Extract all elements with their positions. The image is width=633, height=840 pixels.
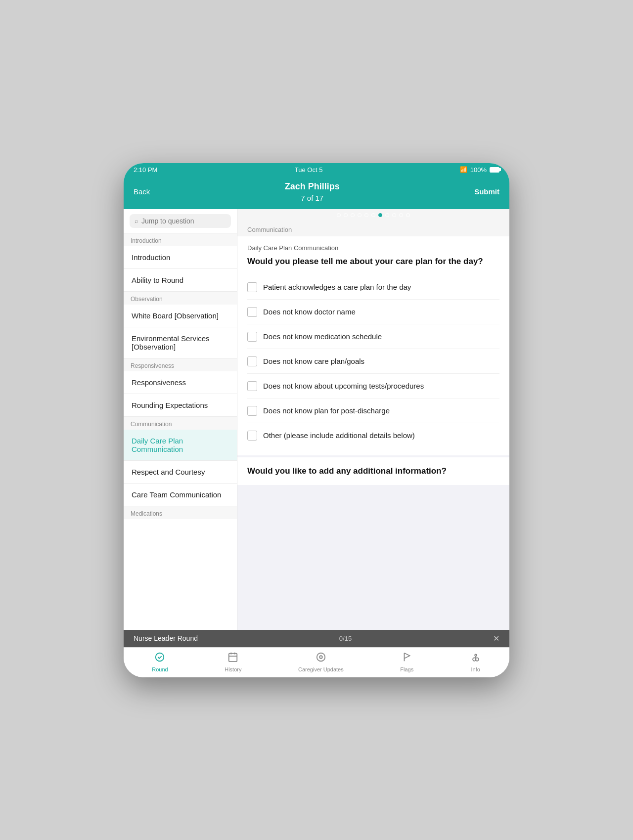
status-right: 📶 100% — [460, 166, 499, 174]
dot-10 — [399, 213, 403, 217]
status-date: Tue Oct 5 — [295, 166, 323, 174]
dot-5 — [364, 213, 368, 217]
bottom-nav: Round History Caregiver Updates — [124, 647, 509, 677]
checkbox-item-3[interactable]: Does not know medication schedule — [247, 324, 499, 349]
round-counter: 0/15 — [339, 635, 352, 642]
search-icon: ⌕ — [135, 217, 138, 224]
checkbox-4[interactable] — [247, 356, 257, 366]
back-button[interactable]: Back — [134, 187, 150, 196]
sidebar: ⌕ Introduction Introduction Ability to R… — [124, 209, 237, 630]
status-time: 2:10 PM — [134, 166, 157, 174]
checkbox-list: Patient acknowledges a care plan for the… — [247, 275, 499, 447]
section-header-responsiveness: Responsiveness — [124, 358, 237, 371]
checkbox-label-1: Patient acknowledges a care plan for the… — [263, 282, 411, 292]
sidebar-item-care-team-communication[interactable]: Care Team Communication — [124, 484, 237, 506]
checkbox-item-2[interactable]: Does not know doctor name — [247, 300, 499, 324]
battery-level: 100% — [470, 166, 487, 174]
checkbox-item-6[interactable]: Does not know plan for post-discharge — [247, 398, 499, 423]
info-icon — [470, 652, 481, 665]
right-panel: Communication Daily Care Plan Communicat… — [237, 209, 509, 630]
nav-label-info: Info — [471, 666, 480, 672]
history-icon — [227, 652, 238, 665]
checkbox-7[interactable] — [247, 431, 257, 441]
checkbox-item-1[interactable]: Patient acknowledges a care plan for the… — [247, 275, 499, 300]
nav-label-round: Round — [152, 666, 168, 672]
checkbox-label-6: Does not know plan for post-discharge — [263, 405, 390, 416]
sidebar-item-daily-care-plan[interactable]: Daily Care Plan Communication — [124, 430, 237, 461]
checkbox-item-5[interactable]: Does not know about upcoming tests/proce… — [247, 374, 499, 398]
nav-label-history: History — [225, 666, 241, 672]
section-header-introduction: Introduction — [124, 233, 237, 246]
section-header-communication: Communication — [124, 417, 237, 430]
svg-point-0 — [156, 653, 164, 661]
progress-dots — [337, 213, 410, 217]
submit-button[interactable]: Submit — [474, 187, 499, 196]
sidebar-item-environmental-services[interactable]: Environmental Services [Observation] — [124, 327, 237, 358]
section-header-medications: Medications — [124, 506, 237, 519]
search-bar: ⌕ — [124, 209, 237, 233]
sidebar-item-whiteboard[interactable]: White Board [Observation] — [124, 305, 237, 327]
sidebar-section-communication: Communication Daily Care Plan Communicat… — [124, 417, 237, 506]
checkbox-5[interactable] — [247, 381, 257, 391]
nav-label-flags: Flags — [400, 666, 413, 672]
patient-name: Zach Phillips — [285, 181, 340, 192]
additional-title: Would you like to add any additional inf… — [247, 465, 499, 477]
nav-item-caregiver[interactable]: Caregiver Updates — [298, 652, 344, 672]
status-bar: 2:10 PM Tue Oct 5 📶 100% — [124, 163, 509, 177]
flags-icon — [402, 652, 412, 665]
battery-icon — [490, 167, 499, 173]
search-wrap[interactable]: ⌕ — [130, 214, 231, 228]
sidebar-section-observation: Observation White Board [Observation] En… — [124, 292, 237, 358]
checkbox-item-7[interactable]: Other (please include additional details… — [247, 423, 499, 447]
section-header-observation: Observation — [124, 292, 237, 305]
checkbox-label-5: Does not know about upcoming tests/proce… — [263, 381, 424, 391]
checkbox-2[interactable] — [247, 307, 257, 317]
dot-11 — [406, 213, 410, 217]
round-icon — [154, 652, 165, 665]
checkbox-1[interactable] — [247, 282, 257, 292]
checkbox-label-7: Other (please include additional details… — [263, 430, 415, 441]
question-block: Daily Care Plan Communication Would you … — [237, 236, 509, 456]
progress-indicator: 7 of 17 — [301, 194, 323, 202]
sidebar-item-responsiveness[interactable]: Responsiveness — [124, 371, 237, 394]
sidebar-section-medications: Medications — [124, 506, 237, 519]
nav-item-flags[interactable]: Flags — [400, 652, 413, 672]
search-input[interactable] — [141, 217, 226, 225]
right-section-label: Communication — [237, 221, 509, 236]
dot-2 — [344, 213, 348, 217]
sidebar-item-ability-to-round[interactable]: Ability to Round — [124, 269, 237, 292]
checkbox-item-4[interactable]: Does not know care plan/goals — [247, 349, 499, 374]
progress-dots-bar — [237, 209, 509, 221]
checkbox-6[interactable] — [247, 406, 257, 416]
sidebar-item-introduction[interactable]: Introduction — [124, 246, 237, 269]
nav-item-history[interactable]: History — [225, 652, 241, 672]
close-round-button[interactable]: ✕ — [493, 634, 499, 643]
svg-rect-1 — [229, 653, 237, 662]
nav-center: Zach Phillips 7 of 17 — [285, 181, 340, 202]
checkbox-label-3: Does not know medication schedule — [263, 331, 382, 342]
svg-point-4 — [475, 654, 477, 656]
tablet-frame: 2:10 PM Tue Oct 5 📶 100% Back Zach Phill… — [124, 163, 509, 677]
round-label: Nurse Leader Round — [134, 634, 198, 642]
dot-4 — [358, 213, 362, 217]
wifi-icon: 📶 — [460, 166, 467, 173]
nav-item-round[interactable]: Round — [152, 652, 168, 672]
nav-item-info[interactable]: Info — [470, 652, 481, 672]
sidebar-item-rounding-expectations[interactable]: Rounding Expectations — [124, 394, 237, 417]
caregiver-icon — [316, 652, 326, 665]
nav-label-caregiver: Caregiver Updates — [298, 666, 344, 672]
dot-3 — [351, 213, 355, 217]
dot-1 — [337, 213, 341, 217]
question-sub-label: Daily Care Plan Communication — [247, 244, 499, 252]
additional-block: Would you like to add any additional inf… — [237, 457, 509, 485]
bottom-bar: Nurse Leader Round 0/15 ✕ — [124, 630, 509, 647]
svg-point-3 — [319, 656, 322, 659]
sidebar-section-responsiveness: Responsiveness Responsiveness Rounding E… — [124, 358, 237, 417]
sidebar-section-introduction: Introduction Introduction Ability to Rou… — [124, 233, 237, 292]
checkbox-3[interactable] — [247, 332, 257, 342]
checkbox-label-2: Does not know doctor name — [263, 307, 356, 317]
sidebar-item-respect-courtesy[interactable]: Respect and Courtesy — [124, 461, 237, 484]
dot-8 — [385, 213, 389, 217]
question-title: Would you please tell me about your care… — [247, 256, 499, 267]
checkbox-label-4: Does not know care plan/goals — [263, 356, 364, 366]
